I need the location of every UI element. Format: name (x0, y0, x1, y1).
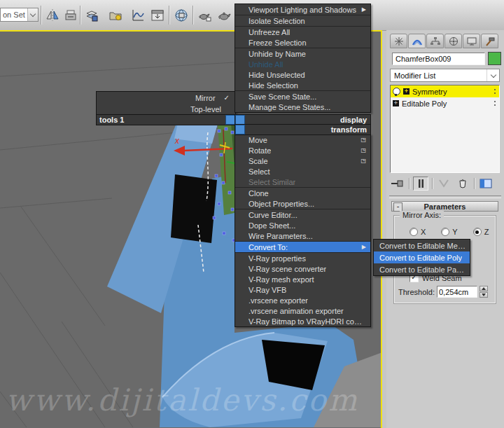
show-end-result-button[interactable] (413, 177, 428, 191)
menu-item[interactable]: Select (235, 166, 370, 177)
named-selection-set-dropdown[interactable]: on Set (0, 8, 38, 22)
toolbar-separator (80, 6, 80, 25)
chevron-down-icon[interactable] (486, 69, 499, 81)
menu-item[interactable]: Viewport Lighting and Shadows ▶ (235, 4, 370, 15)
show-end-result-icon (414, 178, 428, 189)
schematic-view-button[interactable] (148, 6, 167, 25)
menu-item[interactable]: Unfreeze All (235, 27, 370, 37)
menu-item[interactable]: Scale ◳ (235, 156, 370, 166)
chevron-down-icon[interactable] (27, 8, 38, 21)
menu-item[interactable]: V-Ray properties (235, 253, 370, 263)
menu-item[interactable]: Isolate Selection (235, 15, 370, 27)
curve-editor-button[interactable] (129, 6, 147, 25)
menu-item[interactable]: V-Ray Bitmap to VRayHDRI converter (235, 316, 370, 326)
menu-item[interactable]: Move ◳ (235, 134, 370, 145)
application-window: on Set (0, 0, 504, 428)
toolbar-separator (409, 178, 410, 189)
rollout-title: Parameters (424, 202, 466, 211)
tab-create[interactable] (390, 34, 407, 48)
mirror-axis-radio[interactable]: X (410, 228, 426, 236)
menu-item[interactable]: Curve Editor... (235, 209, 370, 220)
expand-plus-icon[interactable]: + (403, 88, 410, 95)
spinner-down-button[interactable] (479, 292, 488, 298)
submenu-item[interactable]: Convert to Editable Patch (374, 263, 470, 275)
menu-item-glyph: ▶ (358, 244, 366, 250)
stack-row-editable-poly[interactable]: + Editable Poly (391, 97, 499, 109)
menu-item[interactable]: Clone (235, 188, 370, 198)
threshold-input[interactable] (437, 286, 477, 298)
spinner-up-button[interactable] (479, 286, 488, 291)
menu-item[interactable]: V-Ray scene converter (235, 263, 370, 274)
quad-header-transform[interactable]: transform (234, 124, 371, 135)
quad-satellite-item[interactable]: Top-level (97, 104, 235, 115)
menu-item[interactable]: V-Ray VFB (235, 284, 370, 295)
configure-modifier-sets-button[interactable] (478, 177, 493, 191)
radio-dot (410, 228, 418, 236)
modify-icon (412, 36, 423, 46)
tab-hierarchy[interactable] (426, 34, 444, 48)
configure-modifier-sets-icon (479, 178, 493, 189)
quad-header-label: transform (331, 125, 370, 134)
x-axis-label: x (174, 136, 180, 146)
menu-item-glyph: ◳ (356, 137, 366, 143)
stack-row-symmetry[interactable]: + Symmetry (391, 85, 499, 97)
tab-display[interactable] (463, 34, 480, 48)
quad-center-square (235, 125, 245, 134)
menu-item[interactable]: Hide Selection (235, 80, 370, 91)
menu-item[interactable]: V-Ray mesh export (235, 274, 370, 284)
render-setup-icon (174, 8, 189, 23)
render-setup-button[interactable] (172, 6, 190, 25)
submenu-item[interactable]: Convert to Editable Poly (374, 251, 470, 263)
mirror-icon (45, 8, 60, 23)
transform-quad-menu: Move ◳ Rotate ◳ Scale ◳ Select Select Si… (234, 134, 371, 327)
object-color-swatch[interactable] (488, 52, 501, 65)
render-production-button[interactable] (216, 6, 234, 25)
menu-item[interactable]: Save Scene State... (235, 91, 370, 102)
visibility-bulb-icon[interactable] (393, 88, 400, 95)
menu-item[interactable]: Wire Parameters... (235, 230, 370, 242)
menu-item[interactable]: Manage Scene States... (235, 102, 370, 112)
radio-dot (473, 228, 482, 236)
menu-item[interactable]: Hide Unselected (235, 69, 370, 80)
schematic-view-icon (150, 8, 165, 23)
pin-stack-button[interactable] (390, 177, 405, 191)
menu-item[interactable]: .vrscene animation exporter (235, 305, 370, 316)
menu-item[interactable]: Rotate ◳ (235, 145, 370, 156)
menu-item[interactable]: Unhide All (235, 59, 370, 69)
make-unique-button[interactable] (436, 177, 451, 191)
quad-satellite-item[interactable]: Mirror ✓ (97, 92, 235, 104)
mirror-axis-radio[interactable]: Z (473, 228, 489, 236)
mirror-axis-radio[interactable]: Y (441, 228, 457, 236)
display-quad-menu: Viewport Lighting and Shadows ▶ Isolate … (234, 4, 371, 113)
menu-item[interactable]: Unhide by Name (235, 48, 370, 59)
quad-satellite-menu: Mirror ✓ Top-level (96, 91, 236, 116)
layer-manager-icon (84, 8, 99, 23)
render-teapot-icon (217, 8, 232, 23)
menu-item[interactable]: Select Similar (235, 177, 370, 188)
scene-explorer-button[interactable] (106, 6, 125, 25)
mirror-axis-label: Mirror Axis: (400, 211, 444, 219)
menu-item[interactable]: Freeze Selection (235, 37, 370, 48)
menu-item[interactable]: Object Properties... (235, 198, 370, 209)
submenu-item[interactable]: Convert to Editable Mesh (374, 240, 470, 251)
tab-modify[interactable] (408, 34, 426, 48)
modifier-list-dropdown[interactable]: Modifier List (390, 69, 500, 82)
quad-header-label: display (340, 116, 370, 124)
panel-divider (389, 195, 501, 198)
menu-item[interactable]: Dope Sheet... (235, 220, 370, 230)
tab-motion[interactable] (444, 34, 462, 48)
parameters-rollout-header[interactable]: - Parameters (391, 201, 498, 212)
rendered-frame-button[interactable] (196, 6, 214, 25)
folder-icon (108, 8, 123, 23)
object-name-field[interactable] (392, 53, 485, 65)
menu-item-glyph: ◳ (356, 147, 366, 153)
menu-item[interactable]: .vrscene exporter (235, 295, 370, 305)
layer-manager-button[interactable] (83, 6, 101, 25)
expand-plus-icon[interactable]: + (393, 100, 399, 106)
remove-modifier-button[interactable] (455, 177, 470, 191)
mirror-tool-button[interactable] (43, 6, 62, 25)
menu-item[interactable]: Convert To: ▶ (235, 242, 370, 253)
quad-header-tools[interactable]: tools 1 (96, 114, 236, 125)
tab-utilities[interactable] (481, 34, 498, 48)
snapshot-button[interactable] (62, 6, 80, 25)
